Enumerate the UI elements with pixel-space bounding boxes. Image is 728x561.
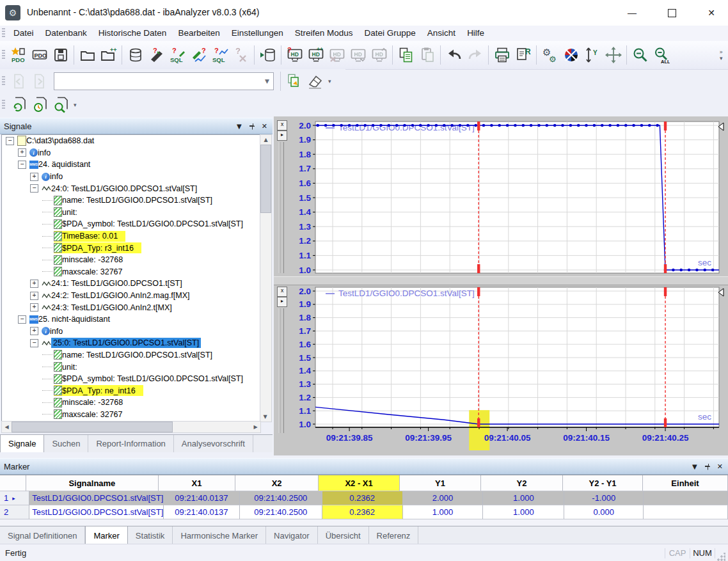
menu-bearbeiten[interactable]: Bearbeiten <box>172 26 225 41</box>
cell-einheit[interactable] <box>644 491 728 505</box>
report-button[interactable]: R <box>512 43 534 67</box>
left-tab-analysevorschrift[interactable]: Analysevorschrift <box>174 435 253 452</box>
toolbar-options-button[interactable]: ▾ <box>717 55 725 61</box>
tree-expander[interactable]: − <box>18 315 26 324</box>
legend-label[interactable]: TestLD1/GGIO0.DPCSO1.stVal[ST] <box>338 123 475 132</box>
file-history-button[interactable] <box>29 93 50 116</box>
tree-expander[interactable]: + <box>30 327 38 335</box>
print-button[interactable] <box>491 43 512 67</box>
open-datfile-button[interactable] <box>77 43 98 67</box>
pin-icon[interactable] <box>704 463 711 470</box>
strip1-slider[interactable] <box>279 142 284 273</box>
bottom-tab-übersicht[interactable]: Übersicht <box>318 526 369 544</box>
panel-dropdown-icon[interactable]: ▼ <box>237 123 242 130</box>
pan-button[interactable] <box>603 43 624 67</box>
cell-x2[interactable]: 09:21:40.2500 <box>240 505 322 519</box>
column-header-x2-x1[interactable]: X2 - X1 <box>319 475 400 491</box>
toolbar-options-button[interactable]: ▾ <box>326 78 334 84</box>
autoscale-y-button[interactable]: Y <box>582 43 603 67</box>
combobox-dropdown-icon[interactable]: ▼ <box>265 78 269 84</box>
file-reload-button[interactable] <box>8 93 29 116</box>
cell-einheit[interactable] <box>644 505 728 519</box>
tree-item[interactable]: minscale: -32768 <box>2 397 260 409</box>
tree-expander[interactable]: + <box>30 292 38 300</box>
cell-x2-x1[interactable]: 0.2362 <box>322 505 403 519</box>
tree-item[interactable]: $PDA_Typ: ne_int16 <box>2 384 260 397</box>
pin-icon[interactable] <box>248 123 255 130</box>
toolbar-grip[interactable] <box>2 76 5 86</box>
database-button[interactable] <box>125 43 146 67</box>
tree-item[interactable]: $PDA_symbol: TestLD1/GGIO0.DPCSO1.stVal[… <box>2 373 260 385</box>
strip2-close-button[interactable]: x <box>277 287 287 297</box>
open-pdo-button[interactable]: PDO <box>29 43 50 67</box>
marker-table-row[interactable]: 2TestLD1/GGIO0.DPCSO1.stVal[ST]09:21:40.… <box>0 505 728 519</box>
toolbar-options-button[interactable]: ▾ <box>71 102 79 108</box>
column-header-x2[interactable]: X2 <box>235 475 319 491</box>
search-combobox[interactable]: ▼ <box>54 72 274 90</box>
maximize-button[interactable] <box>655 0 688 26</box>
tree-item[interactable]: TimeBase: 0.01 <box>2 230 260 242</box>
menu-historische-daten[interactable]: Historische Daten <box>93 26 173 41</box>
column-header-y2-y1[interactable]: Y2 - Y1 <box>563 475 643 491</box>
bottom-tab-referenz[interactable]: Referenz <box>369 526 419 544</box>
column-header-signalname[interactable]: Signalname <box>26 475 159 491</box>
column-header-x1[interactable]: X1 <box>159 475 235 491</box>
column-header-y2[interactable]: Y2 <box>481 475 563 491</box>
toolbar-grip[interactable] <box>2 100 5 110</box>
close-button[interactable]: ✕ <box>695 0 728 26</box>
tree-item[interactable]: +24:2: TestLD1/GGIO0.AnIn2.mag.f[MX] <box>2 290 260 302</box>
colors-button[interactable] <box>560 43 582 67</box>
tree-item[interactable]: unit: <box>2 361 260 373</box>
cell-y1[interactable]: 1.000 <box>403 505 484 519</box>
tree-expander[interactable]: + <box>18 148 26 157</box>
toolbar-grip[interactable] <box>2 28 5 38</box>
copy-special-button[interactable] <box>283 70 305 93</box>
tree-expander[interactable]: − <box>30 184 38 193</box>
left-tab-report-information[interactable]: Report-Information <box>88 435 173 452</box>
cell-x2-x1[interactable]: 0.2362 <box>322 491 403 505</box>
scroll-right-arrow[interactable]: ▶ <box>251 422 260 432</box>
tree-item[interactable]: minscale: -32768 <box>2 254 260 266</box>
scroll-up-arrow[interactable]: ▲ <box>260 135 271 145</box>
cell-x1[interactable]: 09:21:40.0137 <box>164 491 240 505</box>
tree-item[interactable]: −MMS25. nicht-äquidistant <box>2 313 260 326</box>
row-header[interactable]: 2 <box>0 505 29 519</box>
tree-item[interactable]: +iinfo <box>2 171 260 183</box>
zoom-out-button[interactable] <box>629 43 651 67</box>
sql-edit-button[interactable]: ?SQL <box>209 43 230 67</box>
add-datfile-button[interactable]: ++ <box>98 43 119 67</box>
zoom-out-all-button[interactable]: ALL <box>651 43 672 67</box>
sql-query-button[interactable]: ?SQL <box>167 43 188 67</box>
signal-charts[interactable]: 2.01.91.81.71.61.51.41.31.21.11.0TestLD1… <box>274 116 728 455</box>
tree-item[interactable]: name: TestLD1/GGIO0.DPCSO1.stVal[ST] <box>2 349 260 361</box>
file-search-button[interactable] <box>50 93 71 116</box>
tree-hscrollbar[interactable]: ◀ ▶ <box>1 421 261 433</box>
tree-item[interactable]: name: TestLD1/GGIO0.DPCSO1.stVal[ST] <box>2 194 260 207</box>
panel-dropdown-icon[interactable]: ▼ <box>692 463 697 470</box>
tree-item[interactable]: $PDA_Typ: r3_int16 <box>2 242 260 254</box>
strip2-slider[interactable] <box>279 308 284 433</box>
menu-einstellungen[interactable]: Einstellungen <box>226 26 289 41</box>
tree-expander[interactable]: − <box>30 339 38 347</box>
strip-splitter[interactable] <box>274 276 728 285</box>
minimize-button[interactable]: — <box>615 0 649 26</box>
tree-item[interactable]: unit: <box>2 207 260 219</box>
hd-query-button[interactable]: HD? <box>284 43 305 67</box>
menu-datei-gruppe[interactable]: Datei Gruppe <box>359 26 422 41</box>
panel-close-icon[interactable]: ✕ <box>262 122 267 130</box>
cell-y2[interactable]: 1.000 <box>483 491 564 505</box>
tree-item[interactable]: −24:0: TestLD1/GGIO0.DPCSO1.stVal[ST] <box>2 182 260 194</box>
signal-edit-button[interactable]: ? <box>188 43 209 67</box>
menu-streifen-modus[interactable]: Streifen Modus <box>289 26 359 41</box>
legend-label[interactable]: TestLD1/GGIO0.DPCSO1.stVal[ST] <box>338 288 475 298</box>
erase-button[interactable] <box>305 70 326 93</box>
tree-vscroll-thumb[interactable] <box>260 145 271 213</box>
tree-item[interactable]: maxscale: 32767 <box>2 409 260 421</box>
strip2-expand-button[interactable]: ▸ <box>277 297 287 307</box>
tree-item[interactable]: +iinfo <box>2 147 260 159</box>
tree-item[interactable]: −25:0: TestLD1/GGIO0.DPCSO1.stVal[ST] <box>2 337 260 349</box>
scroll-left-arrow[interactable]: ◀ <box>2 422 12 432</box>
tree-item[interactable]: +iinfo <box>2 326 260 338</box>
cell-x2[interactable]: 09:21:40.2500 <box>240 491 322 505</box>
save-button[interactable] <box>50 43 71 67</box>
